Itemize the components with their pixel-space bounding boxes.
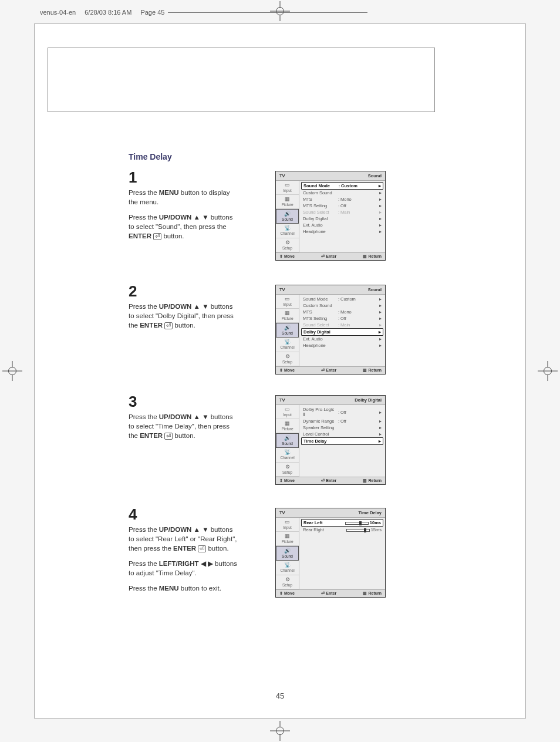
- menu-option[interactable]: Sound Mode:Custom▸: [301, 296, 383, 302]
- nav-item-picture[interactable]: ▦Picture: [276, 532, 299, 546]
- nav-item-input[interactable]: ▭Input: [276, 405, 299, 419]
- print-datetime: 6/28/03 8:16 AM: [85, 9, 131, 16]
- setup-icon: ⚙: [277, 577, 298, 582]
- option-value: Custom: [341, 183, 376, 188]
- chevron-right-icon: ▸: [377, 425, 382, 430]
- registration-mark-icon: [270, 721, 290, 741]
- picture-icon: ▦: [277, 197, 298, 202]
- option-label: Custom Sound: [303, 303, 337, 308]
- menu-option[interactable]: MTS Setting:Off▸: [301, 315, 383, 322]
- nav-item-channel[interactable]: 📡Channel: [276, 448, 299, 462]
- option-label: Rear Right: [303, 527, 337, 532]
- option-label: Dolby Digital: [303, 329, 338, 335]
- step-paragraph: Press the UP/DOWN ▲ ▼ buttons to select …: [129, 525, 240, 553]
- slider-track[interactable]: [346, 529, 370, 532]
- option-label: Speaker Setting: [303, 425, 337, 430]
- page-frame: Time Delay 1Press the MENU button to dis…: [34, 23, 526, 719]
- nav-item-picture[interactable]: ▦Picture: [276, 195, 299, 209]
- nav-item-picture[interactable]: ▦Picture: [276, 419, 299, 433]
- nav-item-channel[interactable]: 📡Channel: [276, 338, 299, 352]
- menu-option[interactable]: MTS:Mono▸: [301, 196, 383, 203]
- osd-menu: TVSound▭Input▦Picture🔊Sound📡Channel⚙Setu…: [275, 285, 386, 375]
- nav-item-setup[interactable]: ⚙Setup: [276, 575, 299, 589]
- nav-item-setup[interactable]: ⚙Setup: [276, 463, 299, 477]
- menu-title-left: TV: [279, 173, 285, 178]
- option-label: Ext. Audio: [303, 222, 337, 228]
- menu-option[interactable]: Speaker Setting▸: [301, 424, 383, 431]
- print-page-ref: Page 45: [140, 9, 164, 16]
- nav-item-setup[interactable]: ⚙Setup: [276, 352, 299, 366]
- footer-enter: Enter: [321, 368, 336, 373]
- sound-icon: 🔊: [278, 548, 297, 554]
- nav-item-input[interactable]: ▭Input: [276, 518, 299, 532]
- menu-title-right: Sound: [368, 173, 382, 178]
- chevron-right-icon: ▸: [377, 322, 382, 328]
- step-text: Press the UP/DOWN ▲ ▼ buttons to select …: [129, 302, 240, 330]
- menu-title-left: TV: [279, 397, 285, 403]
- chevron-right-icon: ▸: [376, 183, 381, 188]
- nav-item-input[interactable]: ▭Input: [276, 295, 299, 309]
- nav-item-input[interactable]: ▭Input: [276, 181, 299, 195]
- print-doc-name: venus-04-en: [40, 9, 76, 16]
- menu-option[interactable]: MTS:Mono▸: [301, 309, 383, 315]
- menu-option[interactable]: Sound Select:Main▸: [301, 209, 383, 215]
- setup-icon: ⚙: [277, 464, 298, 470]
- nav-item-sound[interactable]: 🔊Sound: [276, 323, 299, 338]
- picture-icon: ▦: [277, 311, 298, 316]
- nav-item-channel[interactable]: 📡Channel: [276, 224, 299, 238]
- step-paragraph: Press the LEFT/RIGHT ◀ ▶ buttons to adju…: [129, 559, 240, 578]
- menu-footer: MoveEnterReturn: [276, 252, 385, 260]
- menu-option[interactable]: Ext. Audio▸: [301, 336, 383, 342]
- nav-item-setup[interactable]: ⚙Setup: [276, 238, 299, 252]
- menu-option[interactable]: Custom Sound▸: [301, 190, 383, 196]
- slider-knob[interactable]: [359, 521, 362, 525]
- chevron-right-icon: ▸: [377, 336, 382, 342]
- channel-icon: 📡: [277, 339, 298, 345]
- menu-option[interactable]: MTS Setting:Off▸: [301, 203, 383, 209]
- option-label: Sound Select: [303, 210, 337, 215]
- option-label: MTS Setting: [303, 203, 337, 208]
- menu-option[interactable]: Dolby Digital▸: [301, 328, 383, 336]
- menu-footer: MoveEnterReturn: [276, 477, 385, 484]
- menu-option[interactable]: Sound Select:Main▸: [301, 322, 383, 328]
- menu-option[interactable]: Dolby Pro-Logic Ⅱ:Off▸: [301, 406, 383, 418]
- menu-option[interactable]: Time Delay▸: [301, 437, 383, 445]
- menu-option[interactable]: Headphone▸: [301, 342, 383, 349]
- nav-item-sound[interactable]: 🔊Sound: [276, 546, 299, 561]
- chevron-right-icon: ▸: [377, 410, 382, 415]
- instruction-step: 2Press the UP/DOWN ▲ ▼ buttons to select…: [129, 282, 446, 336]
- chevron-right-icon: ▸: [377, 431, 382, 437]
- menu-option[interactable]: Custom Sound▸: [301, 302, 383, 309]
- footer-return: Return: [363, 368, 382, 373]
- setup-icon: ⚙: [277, 354, 298, 359]
- footer-move: Move: [279, 478, 295, 483]
- menu-option[interactable]: Dynamic Range:Off▸: [301, 418, 383, 424]
- menu-option[interactable]: Headphone▸: [301, 228, 383, 235]
- slider-knob[interactable]: [364, 528, 366, 532]
- sound-icon: 🔊: [278, 325, 297, 330]
- nav-item-picture[interactable]: ▦Picture: [276, 309, 299, 323]
- footer-move: Move: [279, 591, 295, 596]
- footer-return: Return: [363, 254, 382, 259]
- slider-track[interactable]: [345, 522, 369, 525]
- nav-item-sound[interactable]: 🔊Sound: [276, 209, 299, 224]
- option-label: Custom Sound: [303, 190, 337, 195]
- option-value: Main: [340, 322, 377, 328]
- menu-option[interactable]: Rear Left 10ms: [301, 519, 383, 527]
- option-label: Dolby Digital: [303, 216, 337, 221]
- option-value: Off: [340, 316, 377, 321]
- menu-option[interactable]: Level Control▸: [301, 431, 383, 437]
- instruction-step: 4Press the UP/DOWN ▲ ▼ buttons to select…: [129, 505, 446, 599]
- option-value: Off: [340, 419, 377, 424]
- option-label: Headphone: [303, 229, 337, 234]
- section-title: Time Delay: [129, 152, 172, 161]
- header-placeholder-box: [48, 48, 435, 112]
- footer-enter: Enter: [321, 254, 336, 259]
- menu-option[interactable]: Sound Mode:Custom▸: [301, 182, 383, 190]
- menu-option[interactable]: Dolby Digital▸: [301, 215, 383, 222]
- nav-item-sound[interactable]: 🔊Sound: [276, 433, 299, 448]
- chevron-right-icon: ▸: [377, 210, 382, 215]
- menu-option[interactable]: Rear Right 15ms: [301, 527, 383, 533]
- menu-option[interactable]: Ext. Audio▸: [301, 222, 383, 228]
- nav-item-channel[interactable]: 📡Channel: [276, 561, 299, 575]
